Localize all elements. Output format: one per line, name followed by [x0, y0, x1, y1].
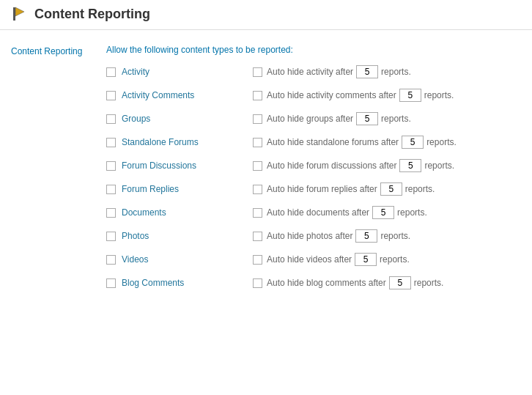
content-item-standalone-forums: Standalone ForumsAuto hide standalone fo…: [106, 136, 521, 149]
number-input-groups[interactable]: [356, 112, 378, 125]
auto-hide-checkbox-blog-comments[interactable]: [253, 278, 262, 288]
svg-rect-0: [13, 7, 15, 21]
right-side-videos: Auto hide videos afterreports.: [253, 253, 521, 266]
reports-text-forum-replies: reports.: [405, 184, 435, 194]
checkbox-blog-comments[interactable]: [106, 278, 116, 288]
auto-hide-checkbox-activity-comments[interactable]: [253, 91, 262, 100]
reports-text-standalone-forums: reports.: [426, 137, 457, 147]
checkbox-activity-comments[interactable]: [106, 91, 116, 100]
right-side-activity-comments: Auto hide activity comments afterreports…: [253, 89, 521, 102]
content-item-documents: DocumentsAuto hide documents afterreport…: [106, 206, 521, 219]
number-input-forum-replies[interactable]: [380, 182, 402, 196]
checkbox-forum-replies[interactable]: [106, 185, 116, 194]
auto-hide-text-standalone-forums: Auto hide standalone forums after: [267, 137, 399, 147]
auto-hide-text-photos: Auto hide photos after: [267, 231, 352, 241]
auto-hide-checkbox-activity[interactable]: [253, 67, 262, 77]
right-side-activity: Auto hide activity afterreports.: [253, 65, 521, 78]
label-standalone-forums[interactable]: Standalone Forums: [122, 137, 199, 147]
auto-hide-text-activity: Auto hide activity after: [267, 67, 353, 77]
content-item-blog-comments: Blog CommentsAuto hide blog comments aft…: [106, 276, 521, 289]
page-header: Content Reporting: [0, 0, 532, 30]
checkbox-activity[interactable]: [106, 67, 116, 77]
checkbox-documents[interactable]: [106, 208, 116, 218]
reports-text-activity-comments: reports.: [424, 90, 454, 100]
auto-hide-text-videos: Auto hide videos after: [267, 254, 352, 265]
checkbox-groups[interactable]: [106, 114, 116, 124]
left-side-groups: Groups: [106, 114, 253, 124]
left-side-photos: Photos: [106, 231, 253, 241]
content-item-activity-comments: Activity CommentsAuto hide activity comm…: [106, 89, 521, 102]
label-documents[interactable]: Documents: [122, 207, 166, 218]
right-side-photos: Auto hide photos afterreports.: [253, 229, 521, 243]
sidebar-label: Content Reporting: [11, 45, 106, 300]
label-blog-comments[interactable]: Blog Comments: [122, 278, 184, 288]
auto-hide-text-documents: Auto hide documents after: [267, 207, 369, 218]
reports-text-activity: reports.: [381, 67, 411, 77]
label-forum-discussions[interactable]: Forum Discussions: [122, 160, 196, 171]
number-input-videos[interactable]: [355, 253, 377, 266]
number-input-blog-comments[interactable]: [389, 276, 411, 289]
reports-text-photos: reports.: [380, 231, 410, 241]
content-item-activity: ActivityAuto hide activity afterreports.: [106, 65, 521, 78]
number-input-documents[interactable]: [372, 206, 394, 219]
left-side-standalone-forums: Standalone Forums: [106, 137, 253, 147]
settings-area: Allow the following content types to be …: [106, 45, 521, 300]
left-side-forum-replies: Forum Replies: [106, 184, 253, 194]
content-item-forum-replies: Forum RepliesAuto hide forum replies aft…: [106, 182, 521, 196]
label-photos[interactable]: Photos: [122, 231, 149, 241]
content-item-forum-discussions: Forum DiscussionsAuto hide forum discuss…: [106, 159, 521, 172]
right-side-documents: Auto hide documents afterreports.: [253, 206, 521, 219]
label-activity-comments[interactable]: Activity Comments: [122, 90, 194, 100]
auto-hide-text-blog-comments: Auto hide blog comments after: [267, 278, 386, 288]
reports-text-documents: reports.: [397, 207, 427, 218]
auto-hide-checkbox-forum-replies[interactable]: [253, 185, 262, 194]
label-forum-replies[interactable]: Forum Replies: [122, 184, 179, 194]
number-input-activity[interactable]: [356, 65, 378, 78]
checkbox-standalone-forums[interactable]: [106, 138, 116, 147]
reports-text-blog-comments: reports.: [414, 278, 444, 288]
svg-marker-1: [15, 7, 24, 16]
right-side-forum-replies: Auto hide forum replies afterreports.: [253, 182, 521, 196]
checkbox-forum-discussions[interactable]: [106, 161, 116, 171]
left-side-documents: Documents: [106, 207, 253, 218]
flag-icon: [11, 6, 27, 22]
number-input-activity-comments[interactable]: [399, 89, 421, 102]
reports-text-groups: reports.: [381, 114, 411, 124]
auto-hide-checkbox-photos[interactable]: [253, 232, 262, 241]
label-groups[interactable]: Groups: [122, 114, 150, 124]
page-title: Content Reporting: [34, 7, 150, 22]
auto-hide-checkbox-documents[interactable]: [253, 208, 262, 218]
content-item-videos: VideosAuto hide videos afterreports.: [106, 253, 521, 266]
content-item-groups: GroupsAuto hide groups afterreports.: [106, 112, 521, 125]
checkbox-videos[interactable]: [106, 255, 116, 265]
left-side-activity: Activity: [106, 67, 253, 77]
auto-hide-text-activity-comments: Auto hide activity comments after: [267, 90, 396, 100]
auto-hide-text-groups: Auto hide groups after: [267, 114, 353, 124]
instruction-text: Allow the following content types to be …: [106, 45, 521, 55]
left-side-activity-comments: Activity Comments: [106, 90, 253, 100]
label-videos[interactable]: Videos: [122, 254, 148, 265]
auto-hide-text-forum-replies: Auto hide forum replies after: [267, 184, 377, 194]
right-side-forum-discussions: Auto hide forum discussions afterreports…: [253, 159, 521, 172]
left-side-blog-comments: Blog Comments: [106, 278, 253, 288]
right-side-blog-comments: Auto hide blog comments afterreports.: [253, 276, 521, 289]
right-side-standalone-forums: Auto hide standalone forums afterreports…: [253, 136, 521, 149]
checkbox-photos[interactable]: [106, 232, 116, 241]
auto-hide-checkbox-forum-discussions[interactable]: [253, 161, 262, 171]
reports-text-forum-discussions: reports.: [424, 160, 454, 171]
number-input-forum-discussions[interactable]: [399, 159, 421, 172]
left-side-forum-discussions: Forum Discussions: [106, 160, 253, 171]
number-input-standalone-forums[interactable]: [402, 136, 424, 149]
label-activity[interactable]: Activity: [122, 67, 149, 77]
number-input-photos[interactable]: [355, 229, 377, 243]
auto-hide-checkbox-standalone-forums[interactable]: [253, 138, 262, 147]
auto-hide-checkbox-groups[interactable]: [253, 114, 262, 124]
right-side-groups: Auto hide groups afterreports.: [253, 112, 521, 125]
main-content: Content Reporting Allow the following co…: [0, 30, 532, 314]
items-container: ActivityAuto hide activity afterreports.…: [106, 65, 521, 289]
left-side-videos: Videos: [106, 254, 253, 265]
reports-text-videos: reports.: [380, 254, 410, 265]
auto-hide-text-forum-discussions: Auto hide forum discussions after: [267, 160, 396, 171]
auto-hide-checkbox-videos[interactable]: [253, 255, 262, 265]
content-item-photos: PhotosAuto hide photos afterreports.: [106, 229, 521, 243]
